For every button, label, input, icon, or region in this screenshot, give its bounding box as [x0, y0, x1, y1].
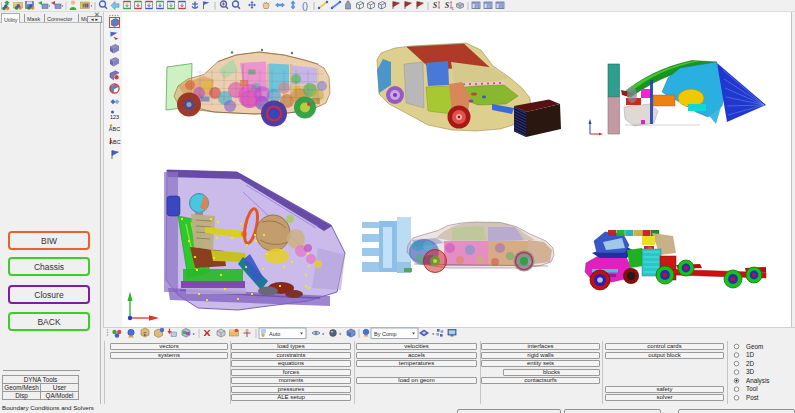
svg-text:By Comp: By Comp: [374, 331, 397, 337]
svg-text:2D: 2D: [746, 360, 755, 367]
svg-text:3D: 3D: [746, 368, 755, 375]
svg-text:E: E: [143, 332, 146, 337]
svg-text:Geom: Geom: [746, 343, 763, 350]
svg-text:Post: Post: [746, 394, 759, 401]
svg-text:1D: 1D: [746, 351, 755, 358]
svg-text:Analysis: Analysis: [746, 377, 769, 385]
svg-text:Auto: Auto: [269, 331, 280, 337]
svg-text:Tool: Tool: [746, 385, 758, 392]
